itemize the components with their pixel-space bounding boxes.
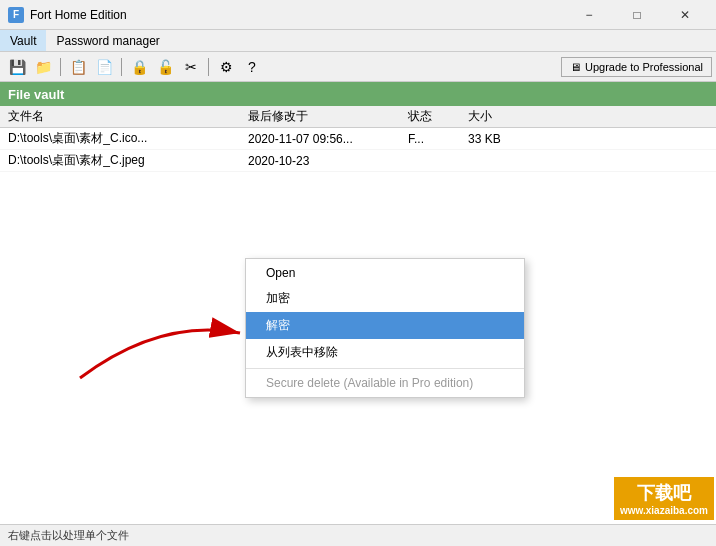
- ctx-separator: [246, 368, 524, 369]
- file-name-2: D:\tools\桌面\素材_C.jpeg: [8, 152, 248, 169]
- toolbar-settings-btn[interactable]: ⚙: [214, 55, 238, 79]
- col-header-size[interactable]: 大小: [464, 106, 524, 127]
- content-area: D:\tools\桌面\素材_C.ico... 2020-11-07 09:56…: [0, 128, 716, 546]
- col-header-date[interactable]: 最后修改于: [244, 106, 404, 127]
- watermark: 下载吧 www.xiazaiba.com: [614, 477, 714, 520]
- app-title: Fort Home Edition: [30, 8, 566, 22]
- ctx-decrypt[interactable]: 解密: [246, 312, 524, 339]
- minimize-button[interactable]: −: [566, 0, 612, 30]
- main-content: File vault 文件名 最后修改于 状态 大小 D:\tools\桌面\素…: [0, 82, 716, 546]
- status-bar: 右键点击以处理单个文件: [0, 524, 716, 546]
- window-controls: − □ ✕: [566, 0, 708, 30]
- file-row-1[interactable]: D:\tools\桌面\素材_C.ico... 2020-11-07 09:56…: [0, 128, 716, 150]
- toolbar-sep-2: [121, 58, 122, 76]
- toolbar-help-btn[interactable]: ?: [240, 55, 264, 79]
- upgrade-icon: 🖥: [570, 61, 581, 73]
- ctx-encrypt[interactable]: 加密: [246, 285, 524, 312]
- toolbar-lock-btn[interactable]: 🔒: [127, 55, 151, 79]
- ctx-open[interactable]: Open: [246, 261, 524, 285]
- toolbar-open-btn[interactable]: 📁: [31, 55, 55, 79]
- toolbar-cut-btn[interactable]: ✂: [179, 55, 203, 79]
- toolbar-paste-btn[interactable]: 📄: [92, 55, 116, 79]
- toolbar-unlock-btn[interactable]: 🔓: [153, 55, 177, 79]
- file-size-1: 33 KB: [468, 132, 528, 146]
- ctx-secure-delete: Secure delete (Available in Pro edition): [246, 371, 524, 395]
- file-date-2: 2020-10-23: [248, 154, 408, 168]
- file-status-1: F...: [408, 132, 468, 146]
- file-row-2[interactable]: D:\tools\桌面\素材_C.jpeg 2020-10-23: [0, 150, 716, 172]
- maximize-button[interactable]: □: [614, 0, 660, 30]
- file-name-1: D:\tools\桌面\素材_C.ico...: [8, 130, 248, 147]
- toolbar-sep-1: [60, 58, 61, 76]
- status-text: 右键点击以处理单个文件: [8, 528, 129, 543]
- menu-vault[interactable]: Vault: [0, 30, 46, 51]
- toolbar-copy-btn[interactable]: 📋: [66, 55, 90, 79]
- menu-bar: Vault Password manager: [0, 30, 716, 52]
- toolbar-sep-3: [208, 58, 209, 76]
- col-header-status[interactable]: 状态: [404, 106, 464, 127]
- title-bar: F Fort Home Edition − □ ✕: [0, 0, 716, 30]
- file-date-1: 2020-11-07 09:56...: [248, 132, 408, 146]
- context-menu: Open 加密 解密 从列表中移除 Secure delete (Availab…: [245, 258, 525, 398]
- upgrade-label: Upgrade to Professional: [585, 61, 703, 73]
- watermark-line2: www.xiazaiba.com: [620, 505, 708, 516]
- col-header-name[interactable]: 文件名: [4, 106, 244, 127]
- upgrade-button[interactable]: 🖥 Upgrade to Professional: [561, 57, 712, 77]
- column-headers: 文件名 最后修改于 状态 大小: [0, 106, 716, 128]
- menu-password-manager[interactable]: Password manager: [46, 30, 169, 51]
- toolbar: 💾 📁 📋 📄 🔒 🔓 ✂ ⚙ ? 🖥 Upgrade to Professio…: [0, 52, 716, 82]
- close-button[interactable]: ✕: [662, 0, 708, 30]
- toolbar-save-btn[interactable]: 💾: [5, 55, 29, 79]
- vault-header: File vault: [0, 82, 716, 106]
- watermark-line1: 下载吧: [637, 481, 691, 505]
- ctx-remove[interactable]: 从列表中移除: [246, 339, 524, 366]
- app-icon: F: [8, 7, 24, 23]
- vault-header-title: File vault: [8, 87, 64, 102]
